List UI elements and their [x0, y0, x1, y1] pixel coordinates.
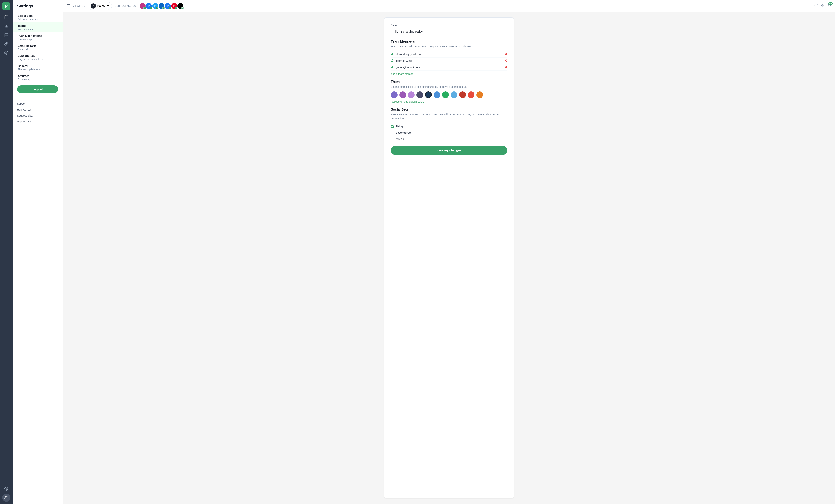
social-accounts-row: P✓ P✓ P✓ P✓ P✓ P✓ P✓ [140, 3, 184, 9]
color-swatch-green1[interactable] [442, 92, 449, 98]
social-account-twitter[interactable]: P✓ [152, 3, 159, 9]
social-set-row: Pallyy [391, 123, 507, 129]
theme-title: Theme [391, 80, 507, 84]
social-set-row: rply.co_ [391, 136, 507, 142]
lightning-icon[interactable] [821, 3, 824, 8]
social-sets-desc: These are the social sets your team memb… [391, 113, 507, 120]
viewing-dropdown[interactable]: VIEWING › [73, 4, 85, 7]
svg-point-14 [392, 66, 393, 67]
sidebar-item-email-reports[interactable]: Email Reports Create, delete [13, 42, 63, 53]
members-list: alexandra@gmail.com ✕ joe@tfbnw.net ✕ gw… [391, 51, 507, 70]
color-swatch-darkblue[interactable] [425, 92, 432, 98]
member-user-icon [391, 59, 394, 63]
brand-name: Pallyy [97, 4, 105, 7]
brand-selector[interactable]: P Pallyy ∨ [88, 2, 112, 10]
svg-point-13 [392, 59, 393, 60]
remove-member-button[interactable]: ✕ [504, 59, 507, 63]
social-account-pinterest[interactable]: P✓ [171, 3, 178, 9]
nav-analytics[interactable] [2, 22, 11, 30]
topbar-right: 50+ [814, 3, 831, 8]
check-icon: ✓ [181, 7, 184, 9]
sidebar-divider [13, 98, 63, 99]
nav-compass[interactable] [2, 49, 11, 57]
menu-icon[interactable]: ☰ [66, 4, 70, 8]
topbar: ☰ VIEWING › P Pallyy ∨ SCHEDULING TO › P… [63, 0, 835, 12]
social-set-checkbox-pallyy[interactable] [391, 124, 394, 128]
check-icon: ✓ [175, 7, 178, 9]
member-user-icon [391, 53, 394, 56]
svg-marker-8 [5, 52, 7, 54]
social-account-linkedin[interactable]: P✓ [158, 3, 165, 9]
social-account-facebook[interactable]: P✓ [145, 3, 152, 9]
sidebar-item-general[interactable]: General Themes, update email [13, 62, 63, 73]
member-row: gwenn@hotmail.com ✕ [391, 64, 507, 70]
social-account-facebook2[interactable]: P✓ [164, 3, 171, 9]
sidebar-link-report-bug[interactable]: Report a Bug [13, 119, 63, 124]
color-swatch-purple3[interactable] [408, 92, 414, 98]
scheduling-dropdown[interactable]: SCHEDULING TO › [115, 4, 136, 7]
color-swatch-purple2[interactable] [400, 92, 406, 98]
team-members-desc: Team members will get access to any soci… [391, 45, 507, 48]
member-row: alexandra@gmail.com ✕ [391, 51, 507, 58]
svg-marker-11 [821, 4, 824, 7]
check-icon: ✓ [162, 7, 165, 9]
color-swatch-darkred[interactable] [459, 92, 466, 98]
nav-settings[interactable] [2, 485, 11, 493]
social-account-tiktok[interactable]: P✓ [177, 3, 184, 9]
social-account-instagram[interactable]: P✓ [139, 3, 146, 9]
svg-point-12 [392, 53, 393, 54]
icon-rail: P [0, 0, 13, 504]
sidebar-link-help-center[interactable]: Help Center [13, 107, 63, 113]
sidebar-item-push-notifications[interactable]: Push Notifications Download apps [13, 32, 63, 42]
sidebar: Settings Social Sets Add, refresh, delet… [13, 0, 63, 504]
name-input[interactable] [391, 28, 507, 35]
color-swatch-darkpurple[interactable] [416, 92, 423, 98]
brand-logo: P [91, 3, 96, 8]
remove-member-button[interactable]: ✕ [504, 65, 507, 69]
add-member-link[interactable]: Add a team member. [391, 73, 415, 76]
svg-point-9 [6, 488, 7, 489]
theme-color-swatches [391, 92, 507, 98]
user-avatar[interactable] [2, 493, 11, 502]
social-set-checkbox-rplyco[interactable] [391, 137, 394, 141]
reset-theme-link[interactable]: Reset theme to default color. [391, 100, 424, 103]
nav-calendar[interactable] [2, 13, 11, 21]
refresh-icon[interactable] [814, 3, 818, 8]
main-area: ☰ VIEWING › P Pallyy ∨ SCHEDULING TO › P… [63, 0, 835, 504]
sidebar-item-affiliates[interactable]: Affiliates Earn money [13, 73, 63, 82]
member-email: alexandra@gmail.com [396, 53, 503, 56]
social-set-label: Pallyy [396, 125, 404, 128]
color-swatch-lightblue[interactable] [451, 92, 457, 98]
save-button[interactable]: Save my changes [391, 146, 507, 155]
theme-desc: Set the teams color to something unique,… [391, 85, 507, 89]
social-set-label: sevendayss [396, 131, 411, 134]
color-swatch-orange[interactable] [476, 92, 483, 98]
notification-badge: 50+ [829, 2, 833, 5]
color-swatch-red[interactable] [468, 92, 474, 98]
bell-icon[interactable]: 50+ [828, 3, 831, 8]
nav-links[interactable] [2, 40, 11, 48]
nav-comments[interactable] [2, 31, 11, 39]
social-set-checkbox-sevendayss[interactable] [391, 131, 394, 134]
color-swatch-purple1[interactable] [391, 92, 398, 98]
member-email: gwenn@hotmail.com [396, 66, 503, 69]
logout-button[interactable]: Log out [17, 85, 58, 93]
sidebar-link-support[interactable]: Support [13, 101, 63, 107]
social-set-row: sevendayss [391, 129, 507, 136]
sidebar-item-social-sets[interactable]: Social Sets Add, refresh, delete [13, 12, 63, 22]
sidebar-link-suggest-idea[interactable]: Suggest Idea [13, 113, 63, 119]
svg-rect-0 [5, 16, 8, 19]
svg-point-10 [5, 497, 6, 498]
member-row: joe@tfbnw.net ✕ [391, 58, 507, 64]
sidebar-title: Settings [13, 4, 63, 12]
social-sets-list: Pallyy sevendayss rply.co_ [391, 123, 507, 142]
sidebar-item-subscription[interactable]: Subscription Upgrade, view invoices [13, 53, 63, 62]
content-area: Name Team Members Team members will get … [63, 12, 835, 504]
app-logo[interactable]: P [2, 2, 11, 11]
sidebar-item-teams[interactable]: Teams Invite members [13, 22, 63, 32]
check-icon: ✓ [149, 7, 152, 9]
color-swatch-blue[interactable] [433, 92, 440, 98]
remove-member-button[interactable]: ✕ [504, 52, 507, 56]
social-sets-title: Social Sets [391, 107, 507, 112]
team-members-title: Team Members [391, 40, 507, 43]
